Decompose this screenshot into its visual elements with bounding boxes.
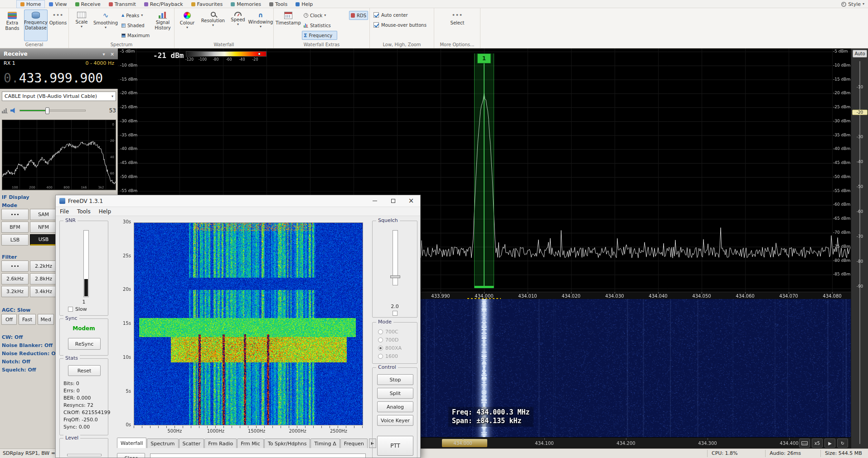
menu-tab-rec-playback[interactable]: Rec/Playback [140, 0, 187, 8]
squelch-slider-handle[interactable] [390, 275, 400, 278]
filter-button-3-4khz[interactable]: 3.4kHz [30, 286, 57, 297]
filter-button-2-6khz[interactable]: 2.6kHz [1, 273, 29, 284]
frequency-database-button[interactable]: Frequency Database [24, 10, 48, 41]
close-panel-icon[interactable]: × [111, 52, 114, 57]
range-tick-label[interactable]: -10 [852, 85, 868, 89]
signal-history-button[interactable]: Signal History [152, 10, 173, 41]
freedv-menu-tools[interactable]: Tools [73, 208, 95, 215]
volume-slider[interactable] [19, 110, 86, 111]
range-tick-label[interactable]: -20 [852, 110, 868, 115]
text-output-field[interactable] [150, 453, 366, 458]
range-slider-track[interactable] [859, 61, 860, 444]
level-slider[interactable] [67, 454, 102, 456]
menu-tab-view[interactable]: View [45, 0, 71, 8]
freedv-tab-scatter[interactable]: Scatter [179, 439, 204, 448]
resync-button[interactable]: ReSync [68, 338, 101, 350]
options-button[interactable]: ••• Options [48, 10, 68, 41]
mode-button-bfm[interactable]: BFM [1, 222, 29, 233]
rx-marker[interactable]: 1 [477, 53, 491, 63]
close-button[interactable]: × [402, 195, 420, 207]
freedv-tab-spectrum[interactable]: Spectrum [147, 439, 178, 448]
zoom-level-button[interactable]: x5 [812, 439, 823, 448]
menu-tab-favourites[interactable]: Favourites [187, 0, 227, 8]
freedv-tab-frm-radio[interactable]: Frm Radio [204, 439, 237, 448]
freedv-waterfall-plot[interactable] [134, 222, 363, 425]
menu-tab-home[interactable]: Home [16, 0, 45, 8]
agc-button-off[interactable]: Off [1, 314, 17, 325]
mode-button-usb[interactable]: USB [30, 234, 57, 246]
split-button[interactable]: Split [377, 388, 413, 399]
timestamp-button[interactable]: Timestamp [276, 10, 301, 41]
statistics-button[interactable]: Statistics [302, 21, 336, 30]
agc-button-med[interactable]: Med [38, 314, 54, 325]
reset-button[interactable]: Reset [68, 365, 101, 376]
range-tick-label[interactable]: -30 [852, 135, 868, 139]
windowing-button[interactable]: ∩ Windowing ▾ [249, 10, 272, 41]
menu-tab-receive[interactable]: Receive [71, 0, 105, 8]
freedv-tab-frequen[interactable]: Frequen [340, 439, 368, 448]
frequency-button[interactable]: Σ Frequency [302, 31, 337, 40]
ptt-button[interactable]: PTT [377, 436, 413, 456]
freedv-tab-waterfall[interactable]: Waterfall [117, 438, 146, 448]
extra-bands-button[interactable]: Extra Bands [2, 10, 23, 41]
auto-range-button[interactable]: Auto [853, 50, 867, 58]
mode-button-lsb[interactable]: LSB [1, 234, 29, 246]
freedv-menu-file[interactable]: File [56, 208, 73, 215]
range-tick-label[interactable]: -60 [852, 209, 868, 214]
colour-button[interactable]: Colour ▾ [176, 10, 198, 41]
audio-spectrum-display[interactable]: 02040601002004008001k63k2 [2, 120, 116, 190]
shaded-button[interactable]: Shaded [120, 21, 152, 30]
agc-button-fast[interactable]: Fast [19, 314, 36, 325]
select-button[interactable]: ••• Select [447, 10, 468, 41]
squelch-enable-checkbox[interactable] [393, 311, 398, 316]
speaker-icon[interactable] [10, 108, 17, 113]
maximum-button[interactable]: Maximum [120, 31, 152, 40]
menu-tab-memories[interactable]: Memories [227, 0, 265, 8]
rds-button[interactable]: RDS [349, 11, 368, 20]
tuned-signal-band[interactable]: 1 [474, 53, 494, 288]
minimize-button[interactable] [366, 195, 384, 207]
freedv-titlebar[interactable]: FreeDV 1.3.1 × [56, 195, 420, 207]
clear-button[interactable]: Clear [117, 453, 145, 458]
freedv-tab-timing[interactable]: Timing Δ [310, 439, 339, 448]
menu-tab-transmit[interactable]: Transmit [105, 0, 140, 8]
pin-panel-icon[interactable]: ▾ [103, 52, 105, 57]
keyboard-entry-button[interactable] [799, 439, 810, 448]
style-menu[interactable]: Style ▾ [841, 0, 864, 8]
range-tick-label[interactable]: -70 [852, 234, 868, 239]
speed-button[interactable]: Speed ▾ [228, 10, 248, 41]
auto-center-checkbox[interactable]: Auto center [373, 12, 408, 18]
stop-button[interactable]: Stop [377, 374, 413, 385]
audio-input-select[interactable]: CABLE Input (VB-Audio Virtual Cable) ▾ [2, 92, 116, 101]
receive-panel-header[interactable]: Receive ▾ × [0, 48, 118, 59]
menu-tab-help[interactable]: Help [291, 0, 317, 8]
analog-button[interactable]: Analog [377, 401, 413, 412]
range-tick-label[interactable]: -50 [852, 184, 868, 189]
mode-radio-800xa[interactable]: 800XA [378, 345, 402, 351]
filter-button-2-8khz[interactable]: 2.8kHz [30, 273, 57, 284]
range-tick-label[interactable]: -40 [852, 159, 868, 164]
filter-button-more[interactable]: ••• [1, 260, 29, 272]
frequency-display[interactable]: 0.433.999.900 [0, 67, 118, 89]
maximize-button[interactable] [384, 195, 402, 207]
resolution-button[interactable]: Resolution ▾ [199, 10, 227, 41]
mode-radio-1600[interactable]: 1600 [378, 353, 398, 359]
pan-right-button[interactable]: ▶ [824, 439, 835, 448]
amplitude-range-strip[interactable]: Auto -10-20-30-40-50-60-70-80-90 [851, 48, 868, 448]
menu-tab-tools[interactable]: Tools [265, 0, 291, 8]
freedv-tab-to-spkr-hdphns[interactable]: To Spkr/Hdphns [264, 439, 310, 448]
snr-slow-checkbox[interactable]: Slow [68, 306, 87, 312]
reset-zoom-button[interactable]: ↻ [837, 439, 848, 448]
range-tick-label[interactable]: -90 [852, 284, 868, 289]
filter-button-2-2khz[interactable]: 2.2kHz [30, 260, 57, 272]
clock-button[interactable]: Clock ▾ [302, 11, 331, 20]
mouse-over-buttons-checkbox[interactable]: Mouse-over buttons [373, 22, 427, 28]
peaks-button[interactable]: ▲ Peaks ▾ [120, 11, 152, 20]
filter-button-3-2khz[interactable]: 3.2kHz [1, 286, 29, 297]
freedv-tab-frm-mic[interactable]: Frm Mic [237, 439, 264, 448]
freedv-window[interactable]: FreeDV 1.3.1 × FileToolsHelp SNR 1 Slow … [55, 195, 421, 458]
mode-radio-700d[interactable]: 700D [378, 337, 398, 343]
mode-radio-700c[interactable]: 700C [378, 329, 398, 335]
freedv-menu-help[interactable]: Help [95, 208, 115, 215]
mode-button-[interactable]: ••• [1, 209, 29, 220]
